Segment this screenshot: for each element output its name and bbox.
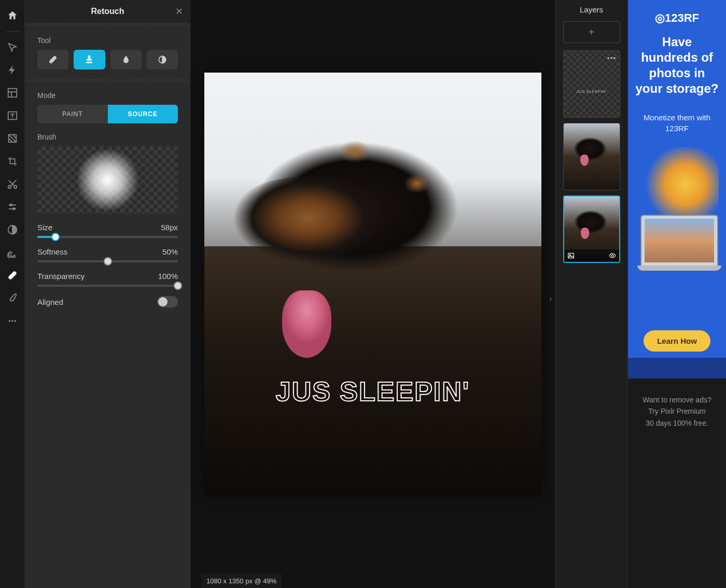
softness-slider: Softness 50%	[37, 247, 178, 262]
spiral-tool-icon[interactable]	[2, 241, 23, 264]
fill-tool-icon[interactable]	[2, 127, 23, 150]
ad-strip	[628, 358, 726, 379]
close-icon[interactable]: ✕	[175, 6, 183, 17]
layout-tool-icon[interactable]	[2, 81, 23, 104]
size-slider: Size 58px	[37, 223, 178, 238]
layer-text-label: JUS SLEEPIN'	[564, 89, 620, 94]
layer-thumb-image	[580, 155, 589, 166]
separator	[6, 31, 19, 32]
tool-section: Tool	[37, 36, 178, 69]
mode-paint-button[interactable]: PAINT	[37, 105, 108, 123]
adjust-tool-icon[interactable]	[2, 195, 23, 218]
transparency-slider: Transparency 100%	[37, 272, 178, 287]
image-dog-spot	[339, 140, 370, 163]
more-tool-icon[interactable]	[2, 310, 23, 332]
ad-caption-l3: 30 days 100% free.	[643, 417, 711, 429]
image-dog-spot	[404, 174, 430, 193]
brush-label: Brush	[37, 133, 178, 141]
layer-text[interactable]: ••• JUS SLEEPIN'	[563, 50, 620, 118]
cut-tool-icon[interactable]	[2, 173, 23, 195]
aligned-label: Aligned	[37, 298, 63, 306]
aligned-toggle-row: Aligned	[37, 296, 178, 307]
size-label: Size	[37, 223, 52, 232]
layer-thumb-image	[571, 206, 614, 238]
laptop-icon	[640, 215, 718, 267]
size-track[interactable]	[37, 236, 178, 238]
svg-point-14	[11, 320, 13, 322]
meme-text: JUS SLEEPIN'	[204, 376, 541, 407]
bandage-tool-button[interactable]	[37, 50, 68, 69]
brush-preview[interactable]	[37, 146, 178, 214]
image-dog-snout	[220, 176, 396, 280]
brush-tool-icon[interactable]	[2, 287, 23, 310]
crop-tool-icon[interactable]	[2, 150, 23, 173]
transparency-label: Transparency	[37, 272, 85, 281]
status-bar: 1080 x 1350 px @ 49%	[201, 573, 282, 588]
mode-section: Mode PAINT SOURCE	[37, 91, 178, 123]
svg-point-10	[12, 208, 15, 210]
svg-rect-0	[8, 89, 17, 97]
tool-row	[37, 50, 178, 69]
mode-row: PAINT SOURCE	[37, 105, 178, 123]
ad-graphic	[635, 147, 719, 272]
panel-header: Retouch ✕	[25, 0, 190, 23]
size-value: 58px	[161, 223, 178, 232]
mode-label: Mode	[37, 91, 178, 100]
contrast-tool-icon[interactable]	[2, 218, 23, 241]
layers-panel: › Layers + ••• JUS SLEEPIN' •••	[555, 0, 627, 588]
svg-point-20	[611, 255, 613, 257]
left-toolbar	[0, 0, 25, 588]
layer-menu-icon[interactable]: •••	[607, 54, 617, 62]
panel-body: Tool Mode PAINT SOURCE Brush Size 58px	[25, 26, 190, 318]
tool-label: Tool	[37, 36, 178, 45]
canvas-area: JUS SLEEPIN' 1080 x 1350 px @ 49%	[191, 0, 555, 588]
image-icon	[567, 252, 575, 259]
chevron-right-icon[interactable]: ›	[549, 294, 552, 303]
svg-point-15	[14, 320, 16, 322]
layer-footer	[564, 249, 619, 262]
layer-thumb-image	[581, 228, 589, 239]
dodge-tool-button[interactable]	[147, 50, 178, 69]
ad-panel: ◎123RF Have hundreds of photos in your s…	[627, 0, 726, 588]
transparency-track[interactable]	[37, 285, 178, 287]
svg-rect-12	[7, 271, 17, 280]
image-tongue	[282, 290, 331, 358]
retouch-panel: Retouch ✕ Tool Mode PAINT SOURCE Brush	[25, 0, 191, 588]
ad-banner[interactable]: ◎123RF Have hundreds of photos in your s…	[628, 0, 726, 379]
ad-caption: Want to remove ads? Try Pixlr Premium 30…	[634, 379, 720, 444]
svg-rect-16	[49, 55, 57, 64]
home-icon[interactable]	[2, 4, 23, 27]
layer-thumb-image	[571, 133, 613, 165]
svg-point-9	[10, 204, 12, 206]
softness-label: Softness	[37, 247, 67, 256]
ad-caption-l1: Want to remove ads?	[643, 394, 711, 405]
separator-strip	[25, 79, 190, 82]
stamp-tool-button[interactable]	[74, 50, 105, 69]
ad-headline: Have hundreds of photos in your storage?	[635, 34, 719, 96]
add-layer-button[interactable]: +	[563, 21, 620, 43]
panel-title: Retouch	[91, 7, 124, 16]
aligned-toggle[interactable]	[157, 296, 178, 307]
brush-section: Brush	[37, 133, 178, 214]
transparency-value: 100%	[158, 272, 178, 281]
text-tool-icon[interactable]	[2, 104, 23, 127]
softness-value: 50%	[162, 247, 178, 256]
arrow-tool-icon[interactable]	[2, 36, 23, 59]
heal-tool-icon[interactable]	[2, 264, 23, 287]
mode-source-button[interactable]: SOURCE	[108, 105, 178, 123]
layer-image-base[interactable]: •••	[563, 195, 620, 263]
ad-caption-l2: Try Pixlr Premium	[643, 405, 711, 417]
ad-sub: Monetize them with 123RF	[635, 112, 719, 134]
layer-image-copy[interactable]	[563, 123, 620, 190]
softness-track[interactable]	[37, 260, 178, 262]
svg-point-13	[8, 320, 10, 322]
ad-logo: ◎123RF	[655, 11, 699, 25]
layers-title: Layers	[580, 5, 603, 14]
ad-learn-button[interactable]: Learn How	[644, 330, 710, 352]
blur-tool-button[interactable]	[110, 50, 142, 69]
svg-rect-18	[568, 253, 574, 258]
bolt-tool-icon[interactable]	[2, 59, 23, 81]
eye-icon[interactable]	[609, 252, 616, 259]
canvas[interactable]: JUS SLEEPIN'	[204, 73, 541, 495]
